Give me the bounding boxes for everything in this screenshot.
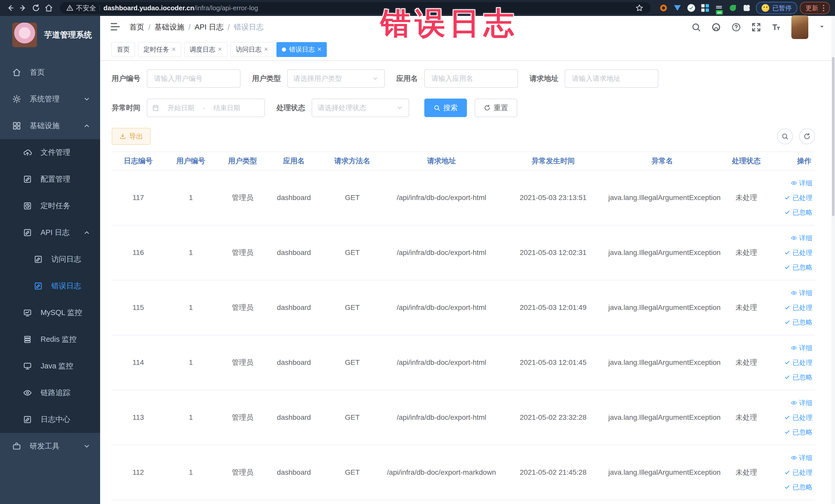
user-id-input[interactable] [154,75,234,83]
redis-stack-icon [23,335,32,344]
detail-link[interactable]: 详细 [791,179,812,188]
extension-drop-icon[interactable] [673,3,682,13]
sidebar-item-redis[interactable]: Redis 监控 [0,326,100,353]
extension-leaf-icon[interactable] [728,3,737,13]
sidebar-item-mysql[interactable]: MySQL 监控 [0,299,100,326]
extension-ring-icon[interactable] [659,3,668,13]
row-actions: 详细 已处理 已忽略 [776,179,815,217]
close-icon[interactable] [264,46,268,53]
sidebar-item-infra[interactable]: 基础设施 [0,113,100,139]
caret-down-icon[interactable] [819,23,825,31]
extension-switch-icon[interactable]: on [714,3,724,13]
status-badge: 未处理 [716,358,776,367]
mark-ignored-link[interactable]: 已忽略 [784,208,812,217]
user-avatar[interactable] [791,15,808,39]
export-button[interactable]: 导出 [111,128,151,145]
column-header: 请求地址 [385,156,498,166]
back-icon[interactable] [5,3,15,13]
mark-ignored-link[interactable]: 已忽略 [784,483,812,492]
sidebar-item-devtools[interactable]: 研发工具 [0,433,100,460]
app-logo-row[interactable]: 芋道管理系统 [0,16,100,53]
error-log-table: 日志编号 用户编号 用户类型 应用名 请求方法名 请求地址 异常发生时间 异常名… [111,152,815,500]
sidebar-item-error-log[interactable]: 错误日志 [0,273,100,299]
search-icon[interactable] [691,22,701,32]
extension-check-icon[interactable] [687,3,696,13]
mark-processed-link[interactable]: 已处理 [784,303,812,312]
tab-error-log[interactable]: 错误日志 [277,42,327,57]
detail-link[interactable]: 详细 [791,344,812,352]
check-icon [784,195,790,201]
mark-ignored-link[interactable]: 已忽略 [784,263,812,272]
reload-icon[interactable] [31,3,41,13]
check-icon [784,209,790,216]
extension-grid-icon[interactable] [700,3,710,13]
home-icon [12,68,21,77]
mark-ignored-link[interactable]: 已忽略 [784,318,812,327]
home-nav-icon[interactable] [44,3,54,13]
detail-link[interactable]: 详细 [791,234,812,243]
hamburger-icon[interactable] [110,21,121,33]
process-status-select[interactable]: 请选择处理状态 [312,99,409,117]
check-icon [784,374,790,380]
github-icon[interactable] [711,22,721,32]
reset-button[interactable]: 重置 [475,99,517,117]
scrollbar-thumb[interactable] [832,57,834,216]
sidebar-item-file[interactable]: 文件管理 [0,139,100,166]
update-button[interactable]: 更新 [800,2,830,14]
scrollbar[interactable] [831,16,835,504]
refresh-icon [484,104,490,111]
mark-processed-link[interactable]: 已处理 [784,193,812,202]
tab-job[interactable]: 定时任务 [138,42,181,57]
help-icon[interactable] [731,22,741,32]
close-icon[interactable] [317,46,321,53]
mark-processed-link[interactable]: 已处理 [784,468,812,477]
bookmark-star-icon[interactable] [634,3,645,13]
refresh-table-button[interactable] [799,128,815,144]
tab-home[interactable]: 首页 [111,42,135,57]
security-indicator[interactable]: 不安全 [66,4,96,13]
sidebar-item-api-log[interactable]: API 日志 [0,219,100,246]
mark-ignored-link[interactable]: 已忽略 [784,428,812,437]
sidebar-item-home[interactable]: 首页 [0,59,100,86]
sidebar-item-job[interactable]: 定时任务 [0,193,100,219]
fullscreen-icon[interactable] [751,22,761,32]
sidebar-item-log-center[interactable]: 日志中心 [0,406,100,433]
mark-processed-link[interactable]: 已处理 [784,413,812,422]
address-bar[interactable]: 不安全 dashboard.yudao.iocoder.cn/infra/log… [60,2,651,14]
search-button[interactable]: 搜索 [424,99,467,117]
app-name-input[interactable] [431,75,511,83]
sidebar-item-config[interactable]: 配置管理 [0,166,100,193]
end-date-input[interactable] [207,104,247,112]
overflow-menu-icon[interactable] [823,5,824,11]
detail-link[interactable]: 详细 [791,453,812,462]
date-range-picker[interactable]: - [147,99,265,117]
tab-job-log[interactable]: 调度日志 [184,42,227,57]
start-date-input[interactable] [161,104,201,112]
sidebar-item-access-log[interactable]: 访问日志 [0,246,100,273]
mark-processed-link[interactable]: 已处理 [784,248,812,257]
close-icon[interactable] [172,46,176,53]
breadcrumb-api-log[interactable]: API 日志 [195,22,224,32]
paused-badge[interactable]: 已暂停 [756,2,797,14]
extension-puzzle-icon[interactable] [742,3,751,13]
mark-ignored-link[interactable]: 已忽略 [784,373,812,382]
forward-icon[interactable] [18,3,28,13]
mark-processed-link[interactable]: 已处理 [784,358,812,367]
filter-app-name: 应用名 [396,69,518,88]
request-url-input[interactable] [571,75,652,83]
edit-icon [23,175,32,184]
breadcrumb-infra[interactable]: 基础设施 [155,22,184,32]
sidebar-item-system[interactable]: 系统管理 [0,86,100,113]
url-text[interactable]: dashboard.yudao.iocoder.cn/infra/log/api… [103,4,258,12]
sidebar-item-trace[interactable]: 链路追踪 [0,380,100,406]
sidebar-item-java[interactable]: Java 监控 [0,353,100,380]
detail-link[interactable]: 详细 [791,399,812,407]
close-icon[interactable] [218,46,222,53]
font-size-icon[interactable] [771,22,781,32]
detail-link[interactable]: 详细 [791,288,812,298]
tab-access-log[interactable]: 访问日志 [230,42,273,57]
toggle-search-button[interactable] [777,128,793,144]
user-type-select[interactable]: 请选择用户类型 [287,69,385,88]
breadcrumb-home[interactable]: 首页 [129,22,144,32]
eye-icon [791,400,797,406]
